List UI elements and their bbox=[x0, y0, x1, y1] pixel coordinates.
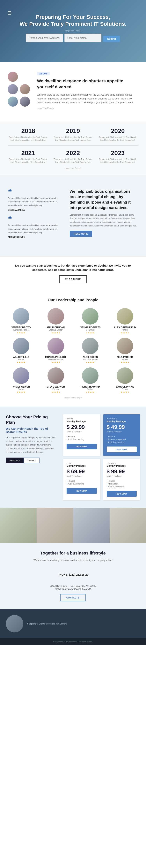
timeline-item-2023[interactable]: 2023 Sample text. Click to select the Te… bbox=[97, 150, 138, 164]
email-value: TEMPLATE@SAMPLE.COM bbox=[62, 588, 91, 590]
person-stars-6: ★★★★★ bbox=[75, 362, 106, 364]
testimonials-read-more-button[interactable]: READ MORE bbox=[70, 231, 92, 237]
plan-price-2: $ 69.99 bbox=[67, 468, 97, 475]
person-card-7: MILA PARKER Partner ★★★★★ bbox=[110, 338, 140, 364]
person-name-7: MILA PARKER bbox=[110, 356, 140, 359]
timeline-item-2022[interactable]: 2022 Sample text. Click to select the Te… bbox=[53, 150, 93, 164]
plan-features-1: FinanceProject managementAudit & Account… bbox=[107, 435, 137, 444]
person-name-10: PETER HOWARD bbox=[75, 385, 106, 388]
person-name-5: MONICA POULJOT bbox=[41, 356, 71, 359]
person-stars-2: ★★★★★ bbox=[75, 332, 106, 334]
person-stars-5: ★★★★★ bbox=[41, 362, 71, 364]
testimonials-left: ❝ From sed libers enim sed facilisis tur… bbox=[0, 183, 66, 249]
toggle-yearly-button[interactable]: YEARLY bbox=[24, 458, 40, 463]
person-card-5: MONICA POULJOT Associate Partner ★★★★★ bbox=[41, 338, 71, 364]
phone-label: PHONE: bbox=[57, 573, 68, 576]
buy-button-2[interactable]: BUY NOW bbox=[67, 488, 97, 494]
email-label: MAIL: bbox=[55, 588, 61, 590]
person-avatar-2 bbox=[82, 308, 98, 324]
timeline-year-2023: 2023 bbox=[97, 150, 138, 157]
buy-button-1[interactable]: BUY NOW bbox=[107, 446, 137, 452]
hero-form: Submit bbox=[4, 34, 142, 42]
person-card-4: WALTER LILLY Partner ★★★★★ bbox=[6, 338, 36, 364]
person-card-8: JAMES OLIVER Partner ★★★★★ bbox=[6, 367, 36, 393]
about-tag: ABOUT bbox=[37, 72, 50, 75]
plan-feature: HR Partners bbox=[107, 483, 137, 485]
testi-right-title: We help ambitious organisations create m… bbox=[70, 189, 139, 210]
person-name-3: ALEX GREENFIELD bbox=[110, 326, 140, 329]
plan-type-0: START bbox=[67, 418, 97, 420]
buy-button-3[interactable]: BUY NOW bbox=[107, 491, 137, 497]
timeline-item-2018[interactable]: 2018 Sample text. Click to select the Te… bbox=[8, 127, 49, 142]
timeline-year-2022: 2022 bbox=[53, 150, 93, 157]
hero-submit-button[interactable]: Submit bbox=[103, 36, 120, 42]
person-avatar-8 bbox=[13, 367, 29, 384]
pricing-section: Choose Your Pricing Plan We Can Help Rea… bbox=[0, 407, 146, 508]
pricing-card-3: PREMIUM Monthly Package $ 99.99 Monthly … bbox=[103, 459, 140, 500]
leadership-section: Our Leadership and People JEFFREY BROWN … bbox=[0, 290, 146, 407]
quote-text-2: From sed libers enim sed facilisis turpi… bbox=[8, 223, 60, 235]
hero-image-credit: Image from Freepik bbox=[4, 30, 142, 32]
quote-icon-2: ❝ bbox=[8, 216, 60, 222]
hero-name-input[interactable] bbox=[65, 34, 101, 42]
pricing-card-0: START Monthly Package $ 29.99 Monthly Pa… bbox=[63, 414, 100, 456]
timeline-item-2020[interactable]: 2020 Sample text. Click to select the Te… bbox=[97, 127, 138, 142]
person-avatar-10 bbox=[82, 367, 98, 384]
quote-block-1: ❝ From sed libers enim sed facilisis tur… bbox=[8, 189, 60, 211]
plan-feature: Audit & Accounting bbox=[107, 485, 137, 488]
avatar-1 bbox=[8, 72, 18, 82]
person-avatar-5 bbox=[48, 338, 64, 354]
person-role-9: Partner bbox=[41, 388, 71, 390]
person-stars-7: ★★★★★ bbox=[110, 362, 140, 364]
footer-avatar bbox=[6, 615, 23, 632]
person-stars-8: ★★★★★ bbox=[6, 391, 36, 393]
plan-name-3: Monthly Package bbox=[107, 465, 137, 467]
timeline-section: 2018 Sample text. Click to select the Te… bbox=[0, 122, 146, 175]
person-card-2: JENNIE ROBERTS Chairman ★★★★★ bbox=[75, 308, 106, 334]
person-name-11: SAMUEL PAYNE bbox=[110, 385, 140, 388]
person-name-9: STEVE WEAVER bbox=[41, 385, 71, 388]
timeline-text-2018: Sample text. Click to select the Text. S… bbox=[8, 136, 49, 142]
contact-title: Together for a business lifestyle bbox=[6, 551, 140, 556]
hero-section: ☰ Preparing For Your Success, We Provide… bbox=[0, 0, 146, 62]
cta-read-more-button[interactable]: READ MORE bbox=[59, 275, 87, 283]
gallery-item-4 bbox=[110, 508, 146, 543]
toggle-monthly-button[interactable]: MONTHLY bbox=[6, 458, 24, 463]
plan-type-2: PRO bbox=[67, 462, 97, 464]
plan-feature: Finance bbox=[107, 479, 137, 483]
timeline-text-2019: Sample text. Click to select the Text. S… bbox=[53, 136, 93, 142]
plan-price-1: $ 49.99 bbox=[107, 424, 137, 430]
person-role-2: Chairman bbox=[75, 329, 106, 331]
pricing-right: START Monthly Package $ 29.99 Monthly Pa… bbox=[63, 414, 140, 500]
person-stars-11: ★★★★★ bbox=[110, 391, 140, 393]
person-stars-3: ★★★★★ bbox=[110, 332, 140, 334]
plan-features-2: FinanceAudit & Accounting bbox=[67, 479, 97, 485]
timeline-year-2018: 2018 bbox=[8, 127, 49, 134]
timeline-text-2023: Sample text. Click to select the Text. S… bbox=[97, 158, 138, 164]
person-role-6: Associate Partner bbox=[75, 359, 106, 361]
person-avatar-1 bbox=[48, 308, 64, 324]
hero-email-input[interactable] bbox=[26, 34, 63, 42]
contacts-button[interactable]: CONTACTS bbox=[60, 594, 86, 601]
person-role-10: Partner bbox=[75, 388, 106, 390]
contact-description: We are here to meet any business need an… bbox=[6, 558, 140, 562]
contact-phone: PHONE: (222) 252 18 22 bbox=[6, 565, 140, 584]
hero-title: Preparing For Your Success, We Provide T… bbox=[4, 13, 142, 28]
person-stars-9: ★★★★★ bbox=[41, 391, 71, 393]
buy-button-0[interactable]: BUY NOW bbox=[67, 443, 97, 450]
timeline-item-2021[interactable]: 2021 Sample text. Click to select the Te… bbox=[8, 150, 49, 164]
pricing-card-1: BUSINESS Monthly Package $ 49.99 Monthly… bbox=[103, 414, 140, 456]
person-avatar-9 bbox=[48, 367, 64, 384]
person-stars-0: ★★★★★ bbox=[6, 332, 36, 334]
quote-text-1: From sed libers enim sed facilisis turpi… bbox=[8, 196, 60, 207]
timeline-item-2019[interactable]: 2019 Sample text. Click to select the Te… bbox=[53, 127, 93, 142]
hamburger-menu[interactable]: ☰ bbox=[8, 11, 12, 16]
person-name-8: JAMES OLIVER bbox=[6, 385, 36, 388]
person-role-3: Partner bbox=[110, 329, 140, 331]
person-role-11: Partner bbox=[110, 388, 140, 390]
person-role-1: Creative Leader bbox=[41, 329, 71, 331]
plan-features-3: FinanceHR PartnersAudit & Accounting bbox=[107, 479, 137, 488]
avatar-4 bbox=[8, 97, 18, 106]
contact-email: MAIL: TEMPLATE@SAMPLE.COM bbox=[6, 588, 140, 590]
cta-text: Do you want to start a business, but do … bbox=[8, 264, 138, 272]
